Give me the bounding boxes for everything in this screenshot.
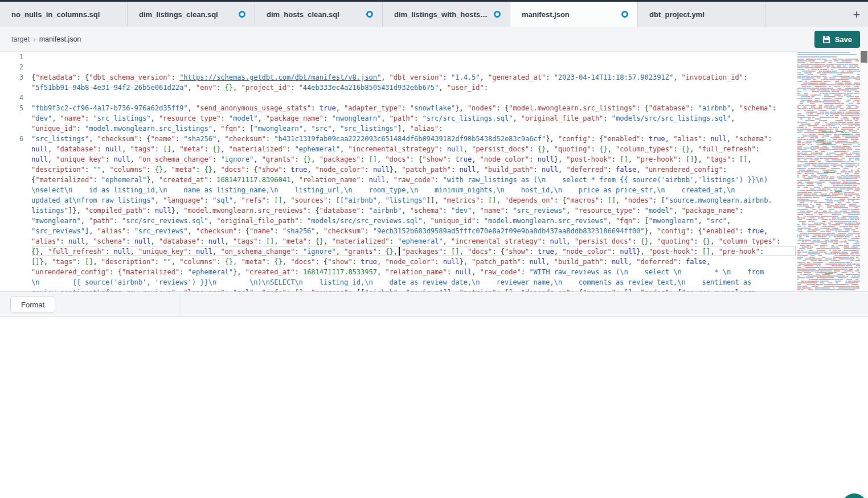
code-line[interactable]: "5f51bb91-94b8-4e31-94f2-26b5e061d22a", …: [0, 83, 796, 93]
code-text: listings"]}, "compiled_path": null}, "mo…: [31, 205, 743, 216]
code-line[interactable]: {"materialized": "ephemeral"}, "created_…: [0, 175, 796, 185]
line-number: 2: [0, 62, 31, 72]
line-number: [0, 83, 31, 93]
line-number: 4: [0, 93, 31, 103]
editor-footer-bar: Format: [0, 291, 868, 317]
line-number: [0, 287, 31, 291]
tab-dbt-project-yml[interactable]: dbt_project.yml: [638, 2, 765, 27]
save-button[interactable]: Save: [814, 31, 860, 48]
line-number: [0, 205, 31, 216]
code-editor[interactable]: 123{"metadata": {"dbt_schema_version": "…: [0, 52, 868, 291]
line-number: [0, 154, 31, 164]
code-text: "alias": null, "schema": null, "database…: [31, 236, 780, 246]
breadcrumb-chevron-icon: ›: [33, 35, 36, 44]
tab-label: dbt_project.yml: [649, 10, 705, 19]
code-line[interactable]: "dev", "name": "src_listings", "resource…: [0, 113, 796, 124]
code-line[interactable]: "mwonglearn", "path": "src/src_reviews.s…: [0, 216, 796, 226]
code-line[interactable]: 2: [0, 62, 796, 72]
unsaved-changes-dot-icon[interactable]: [239, 11, 245, 18]
code-text: \n {{ source('airbnb', 'reviews') }}\n \…: [31, 277, 751, 287]
code-line[interactable]: "unique_id": "model.mwonglearn.src_listi…: [0, 124, 796, 134]
breadcrumb-file: manifest.json: [39, 35, 81, 43]
minimap[interactable]: [797, 51, 860, 291]
unsaved-changes-dot-icon[interactable]: [621, 11, 628, 18]
save-label: Save: [835, 35, 852, 44]
line-number: [0, 185, 31, 195]
line-number: [0, 267, 31, 277]
tab-label: no_nulls_in_columns.sql: [11, 10, 100, 19]
code-line[interactable]: "src_reviews"], "alias": "src_reviews", …: [0, 226, 796, 236]
code-line[interactable]: \n {{ source('airbnb', 'reviews') }}\n \…: [0, 277, 796, 287]
code-text: {"metadata": {"dbt_schema_version": "htt…: [31, 72, 747, 83]
line-number: [0, 246, 31, 257]
code-line[interactable]: review_sentiment\nfrom raw_reviews", "la…: [0, 287, 796, 291]
code-text: []}, "tags": [], "description": "", "col…: [31, 257, 710, 267]
code-text: "5f51bb91-94b8-4e31-94f2-26b5e061d22a", …: [31, 83, 488, 93]
code-text: "description": "", "columns": {}, "meta"…: [31, 164, 727, 175]
code-line[interactable]: {}, "full_refresh": null, "unique_key": …: [0, 246, 796, 257]
code-text: {"materialized": "ephemeral"}, "created_…: [31, 175, 768, 185]
scrollbar-track[interactable]: [860, 51, 868, 291]
code-line[interactable]: 3{"metadata": {"dbt_schema_version": "ht…: [0, 72, 796, 83]
tab-manifest-json[interactable]: manifest.json: [510, 2, 638, 27]
code-line[interactable]: null, "unique_key": null, "on_schema_cha…: [0, 154, 796, 164]
code-line[interactable]: "unrendered_config": {"materialized": "e…: [0, 267, 796, 277]
line-number: 3: [0, 72, 31, 83]
line-number: 6: [0, 134, 31, 144]
code-text: null, "unique_key": null, "on_schema_cha…: [31, 154, 752, 164]
line-number: 1: [0, 52, 31, 62]
format-button[interactable]: Format: [10, 296, 55, 313]
tab-dim-listings-clean-sql[interactable]: dim_listings_clean.sql: [128, 2, 255, 27]
tab-dim-hosts-clean-sql[interactable]: dim_hosts_clean.sql: [255, 2, 383, 27]
line-number: [0, 124, 31, 134]
code-line[interactable]: "alias": null, "schema": null, "database…: [0, 236, 796, 246]
code-line[interactable]: 1: [0, 52, 796, 62]
breadcrumb: target › manifest.json: [11, 35, 81, 44]
code-text: {}, "full_refresh": null, "unique_key": …: [31, 246, 764, 257]
save-floppy-icon: [822, 35, 830, 43]
scrollbar-thumb[interactable]: [861, 51, 867, 63]
code-text: \nselect\n id as listing_id,\n name as l…: [31, 185, 735, 195]
line-number: [0, 226, 31, 236]
unsaved-changes-dot-icon[interactable]: [494, 11, 501, 18]
code-line[interactable]: []}, "tags": [], "description": "", "col…: [0, 257, 796, 267]
line-number: [0, 175, 31, 185]
tab-label: dim_hosts_clean.sql: [267, 10, 339, 19]
code-line[interactable]: 6"src_listings", "checksum": {"name": "s…: [0, 134, 796, 144]
code-text: "dev", "name": "src_listings", "resource…: [31, 113, 735, 124]
line-number: [0, 195, 31, 205]
new-tab-button[interactable]: +: [849, 7, 865, 23]
code-text: updated_at\nfrom raw_listings", "languag…: [31, 195, 772, 205]
code-rows: 123{"metadata": {"dbt_schema_version": "…: [0, 52, 796, 291]
code-line[interactable]: listings"]}, "compiled_path": null}, "mo…: [0, 205, 796, 216]
tab-label: dim_listings_clean.sql: [139, 10, 218, 19]
tab-label: manifest.json: [522, 10, 570, 19]
results-pane: [0, 317, 868, 498]
line-number: [0, 164, 31, 175]
tab-no-nulls-in-columns-sql[interactable]: no_nulls_in_columns.sql: [0, 2, 128, 27]
file-tab-bar: no_nulls_in_columns.sqldim_listings_clea…: [0, 2, 868, 27]
code-line[interactable]: "description": "", "columns": {}, "meta"…: [0, 164, 796, 175]
code-text: "unique_id": "model.mwonglearn.src_listi…: [31, 124, 443, 134]
footer-divider: [181, 292, 181, 316]
code-text: null, "database": null, "tags": [], "met…: [31, 144, 760, 154]
code-line[interactable]: 4: [0, 93, 796, 103]
code-text: "unrendered_config": {"materialized": "e…: [31, 267, 764, 277]
line-number: [0, 216, 31, 226]
code-text: review_sentiment\nfrom raw_reviews", "la…: [31, 287, 760, 291]
unsaved-changes-dot-icon[interactable]: [366, 11, 373, 18]
line-number: [0, 257, 31, 267]
ide-window: no_nulls_in_columns.sqldim_listings_clea…: [0, 0, 868, 498]
breadcrumb-bar: target › manifest.json Save: [0, 27, 868, 52]
code-text: "fbb9f3c2-cf96-4a17-b736-976a62d35ff9", …: [31, 103, 776, 113]
code-line[interactable]: 5"fbb9f3c2-cf96-4a17-b736-976a62d35ff9",…: [0, 103, 796, 113]
code-line[interactable]: null, "database": null, "tags": [], "met…: [0, 144, 796, 154]
tab-label: dim_listings_with_hosts.sql: [394, 10, 489, 19]
tab-dim-listings-with-hosts-sql[interactable]: dim_listings_with_hosts.sql: [383, 2, 510, 27]
line-number: 5: [0, 103, 31, 113]
breadcrumb-folder: target: [11, 35, 30, 43]
code-line[interactable]: updated_at\nfrom raw_listings", "languag…: [0, 195, 796, 205]
code-text: "mwonglearn", "path": "src/src_reviews.s…: [31, 216, 731, 226]
code-line[interactable]: \nselect\n id as listing_id,\n name as l…: [0, 185, 796, 195]
line-number: [0, 236, 31, 246]
